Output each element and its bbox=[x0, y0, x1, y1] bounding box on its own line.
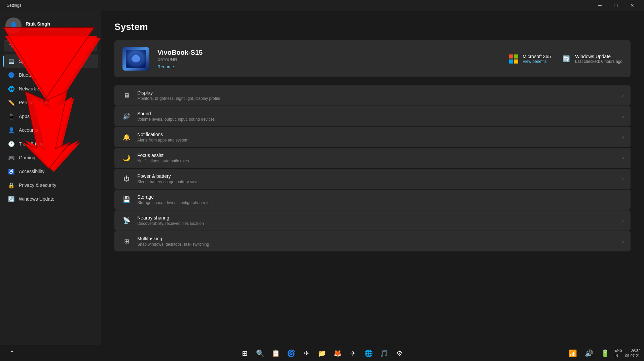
profile-bar bbox=[26, 29, 66, 30]
settings-item-sound[interactable]: 🔊 Sound Volume levels, output, input, so… bbox=[114, 106, 631, 126]
page-title: System bbox=[114, 22, 631, 32]
sidebar-item-label: Bluetooth & devices bbox=[19, 72, 61, 78]
settings-item-desc: Sleep, battery usage, battery saver bbox=[137, 179, 617, 184]
chevron-right-icon: › bbox=[622, 239, 624, 244]
settings-item-notifications[interactable]: 🔔 Notifications Alerts from apps and sys… bbox=[114, 127, 631, 147]
sidebar-item-personalization[interactable]: ✏️ Personalization bbox=[3, 96, 98, 109]
chat-icon[interactable]: ✈ bbox=[300, 347, 313, 360]
battery-icon[interactable]: 🔋 bbox=[598, 347, 612, 360]
settings-item-text: Storage Storage space, drives, configura… bbox=[137, 194, 617, 205]
settings-item-power[interactable]: ⏻ Power & battery Sleep, battery usage, … bbox=[114, 169, 631, 189]
gaming-icon: 🎮 bbox=[8, 154, 15, 161]
microsoft365-icon bbox=[509, 54, 518, 64]
bluetooth-icon: 🔵 bbox=[8, 72, 15, 78]
sidebar-item-label: Accounts bbox=[19, 127, 38, 133]
settings-item-name: Power & battery bbox=[137, 173, 617, 179]
telegram-icon[interactable]: ✈ bbox=[346, 347, 360, 360]
volume-icon[interactable]: 🔊 bbox=[582, 347, 596, 360]
explorer-icon[interactable]: 📁 bbox=[315, 347, 329, 360]
settings-item-desc: Notifications, automatic rules bbox=[137, 159, 617, 163]
chevron-right-icon: › bbox=[622, 218, 624, 223]
browser-icon2[interactable]: 🌐 bbox=[362, 347, 375, 360]
sidebar-item-privacy[interactable]: 🔒 Privacy & security bbox=[3, 178, 98, 192]
sidebar-item-windows-update[interactable]: 🔄 Windows Update bbox=[3, 192, 98, 206]
titlebar-title: Settings bbox=[7, 3, 21, 8]
display-icon: 🖥 bbox=[121, 90, 132, 101]
settings-item-desc: Alerts from apps and system bbox=[137, 138, 617, 143]
sidebar-item-label: Time & language bbox=[19, 141, 54, 147]
settings-item-name: Multitasking bbox=[137, 236, 617, 241]
system-icon: 💻 bbox=[8, 58, 15, 65]
apps-icon: 📱 bbox=[8, 113, 15, 120]
start-button[interactable]: ⊞ bbox=[238, 347, 251, 360]
locale-display: ENGIN bbox=[614, 348, 622, 358]
minimize-button[interactable]: ─ bbox=[592, 0, 608, 11]
device-card: VivoBook-S15 X510UNR Rename Microsoft 36… bbox=[114, 40, 631, 77]
service-windows-update: 🔄 Windows Update Last checked: 6 hours a… bbox=[562, 54, 622, 64]
sidebar-item-accessibility[interactable]: ♿ Accessibility bbox=[3, 165, 98, 178]
sidebar-item-label: Apps bbox=[19, 114, 30, 119]
service-name: Windows Update bbox=[575, 54, 622, 59]
time-icon: 🕐 bbox=[8, 141, 15, 147]
sidebar-item-apps[interactable]: 📱 Apps bbox=[3, 110, 98, 123]
taskbar-time[interactable]: 09:37 09-07-21 bbox=[625, 348, 640, 358]
settings-taskbar-icon[interactable]: ⚙ bbox=[393, 347, 406, 360]
close-button[interactable]: ✕ bbox=[624, 0, 640, 11]
multitasking-icon: ⊞ bbox=[121, 236, 132, 247]
sidebar-item-label: Windows Update bbox=[19, 196, 55, 202]
sidebar-profile[interactable]: 👤 Ritik Singh bbox=[0, 11, 101, 39]
browser-icon1[interactable]: 🦊 bbox=[331, 347, 344, 360]
settings-item-text: Notifications Alerts from apps and syste… bbox=[137, 132, 617, 143]
sidebar-item-accounts[interactable]: 👤 Accounts bbox=[3, 123, 98, 137]
search-box[interactable]: 🔍 bbox=[4, 40, 97, 51]
settings-item-name: Sound bbox=[137, 111, 617, 116]
sound-icon: 🔊 bbox=[121, 111, 132, 122]
settings-item-multitasking[interactable]: ⊞ Multitasking Snap windows, desktops, t… bbox=[114, 231, 631, 251]
settings-item-storage[interactable]: 💾 Storage Storage space, drives, configu… bbox=[114, 190, 631, 210]
settings-item-focus[interactable]: 🌙 Focus assist Notifications, automatic … bbox=[114, 148, 631, 168]
power-icon: ⏻ bbox=[121, 173, 132, 184]
time-display: 09:37 bbox=[625, 348, 640, 353]
device-logo bbox=[122, 47, 149, 71]
titlebar: Settings ─ □ ✕ bbox=[0, 0, 644, 11]
nearby-icon: 📡 bbox=[121, 215, 132, 226]
search-input[interactable] bbox=[4, 40, 97, 51]
sidebar-item-network[interactable]: 🌐 Network & internet bbox=[3, 82, 98, 95]
settings-item-name: Focus assist bbox=[137, 153, 617, 158]
widgets-icon[interactable]: 🌀 bbox=[284, 347, 298, 360]
accessibility-icon: ♿ bbox=[8, 168, 15, 175]
taskbar-right: 📶 🔊 🔋 ENGIN 09:37 09-07-21 bbox=[566, 347, 640, 360]
device-name: VivoBook-S15 bbox=[157, 49, 501, 56]
taskview-icon[interactable]: 📋 bbox=[269, 347, 282, 360]
service-microsoft365: Microsoft 365 View benefits bbox=[509, 54, 551, 64]
storage-icon: 💾 bbox=[121, 194, 132, 205]
sidebar-item-label: System bbox=[19, 58, 35, 64]
sidebar-item-system[interactable]: 💻 System bbox=[3, 54, 98, 68]
settings-item-desc: Storage space, drives, configuration rul… bbox=[137, 200, 617, 205]
sidebar-item-bluetooth[interactable]: 🔵 Bluetooth & devices bbox=[3, 68, 98, 82]
sidebar-item-gaming[interactable]: 🎮 Gaming bbox=[3, 151, 98, 164]
windows-update-icon: 🔄 bbox=[8, 196, 15, 202]
titlebar-controls: ─ □ ✕ bbox=[592, 0, 640, 11]
wifi-icon[interactable]: 📶 bbox=[566, 347, 579, 360]
settings-item-desc: Snap windows, desktops, task switching bbox=[137, 242, 617, 247]
settings-item-text: Power & battery Sleep, battery usage, ba… bbox=[137, 173, 617, 184]
settings-item-desc: Volume levels, output, input, sound devi… bbox=[137, 117, 617, 122]
profile-name: Ritik Singh bbox=[26, 21, 66, 27]
device-model: X510UNR bbox=[157, 57, 501, 62]
chevron-up-icon[interactable]: ⌃ bbox=[5, 347, 19, 360]
sidebar-item-label: Network & internet bbox=[19, 86, 58, 91]
settings-item-nearby[interactable]: 📡 Nearby sharing Discoverability, receiv… bbox=[114, 210, 631, 231]
music-icon[interactable]: 🎵 bbox=[377, 347, 391, 360]
personalization-icon: ✏️ bbox=[8, 99, 15, 106]
settings-item-display[interactable]: 🖥 Display Monitors, brightness, night li… bbox=[114, 85, 631, 106]
device-rename[interactable]: Rename bbox=[157, 64, 501, 69]
restore-button[interactable]: □ bbox=[608, 0, 624, 11]
service-desc[interactable]: View benefits bbox=[523, 59, 551, 64]
settings-item-text: Focus assist Notifications, automatic ru… bbox=[137, 153, 617, 163]
sidebar-item-time[interactable]: 🕐 Time & language bbox=[3, 137, 98, 151]
settings-item-desc: Monitors, brightness, night light, displ… bbox=[137, 96, 617, 101]
search-icon: 🔍 bbox=[88, 43, 94, 49]
search-taskbar-icon[interactable]: 🔍 bbox=[253, 347, 267, 360]
taskbar-center: ⊞ 🔍 📋 🌀 ✈ 📁 🦊 ✈ 🌐 🎵 ⚙ bbox=[238, 347, 406, 360]
